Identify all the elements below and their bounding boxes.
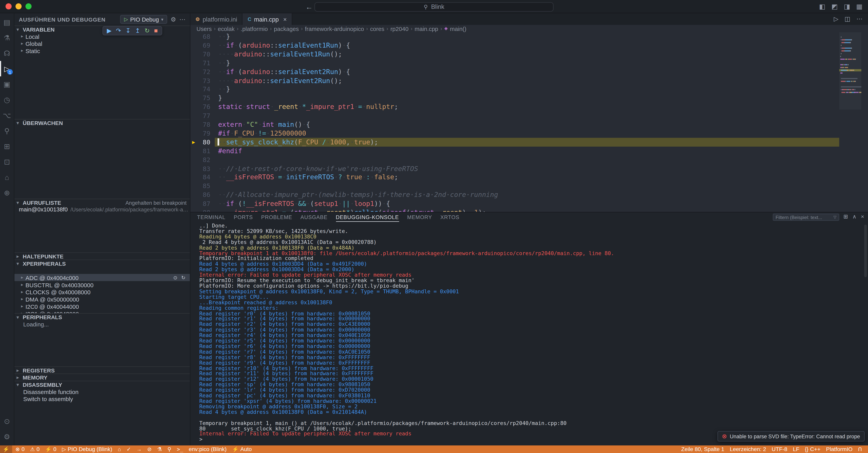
activity-item-platformio[interactable]: ☊ xyxy=(0,45,14,61)
breadcrumb-symbol[interactable]: main() xyxy=(450,25,466,32)
code-line-71[interactable]: 71··} xyxy=(190,58,868,67)
pio-build-button[interactable]: ✓ xyxy=(124,445,134,453)
continue-button[interactable]: ▶ xyxy=(107,28,112,34)
section-header-callstack[interactable]: ▾AUFRUFLISTEAngehalten bei breakpoint xyxy=(14,199,190,206)
panel-views-icon[interactable]: ⊞ xyxy=(843,214,848,220)
breadcrumb-item[interactable]: main.cpp xyxy=(414,25,438,32)
code-line-75[interactable]: 75} xyxy=(190,94,868,102)
code-editor[interactable]: 68··}69··if·(arduino::serialEvent1Run)·{… xyxy=(190,32,868,212)
peripheral-row[interactable]: ▸BUSCTRL @ 0x40030000 xyxy=(14,281,190,288)
activity-item-run-and-debug[interactable]: ▷1 xyxy=(0,61,14,76)
console-scrollbar[interactable] xyxy=(864,225,867,277)
code-line-78[interactable]: 78extern·"C"·int·main()·{ xyxy=(190,120,868,129)
close-tab-icon[interactable]: × xyxy=(283,16,287,22)
tab-platformio.ini[interactable]: ⚙platformio.ini xyxy=(190,13,243,25)
restart-button[interactable]: ↻ xyxy=(145,28,150,34)
run-file-icon[interactable]: ▷ xyxy=(834,15,838,23)
customize-layout-icon[interactable]: ▦ xyxy=(856,3,863,10)
notification-toast[interactable]: × ⊗ Unable to parse SVD file: TypeError:… xyxy=(717,431,865,442)
code-line-74[interactable]: 74··} xyxy=(190,85,868,94)
panel-tab-terminal[interactable]: TERMINAL xyxy=(197,213,225,222)
indentation[interactable]: Leerzeichen: 2 xyxy=(727,445,769,453)
command-center-search[interactable]: ⚲ Blink xyxy=(314,2,554,11)
breadcrumb-item[interactable]: cores xyxy=(370,25,384,32)
pio-clean-button[interactable]: ⊘ xyxy=(145,445,154,453)
cursor-position[interactable]: Zeile 80, Spalte 1 xyxy=(678,445,727,453)
code-line-76[interactable]: 76static·struct·_reent·*_impure_ptr1·=·n… xyxy=(190,102,868,111)
split-editor-icon[interactable]: ◫ xyxy=(844,15,850,23)
pio-test-button[interactable]: ⚗ xyxy=(154,445,165,453)
section-header-watch[interactable]: ▾ÜBERWACHEN xyxy=(14,119,190,126)
step-over-button[interactable]: ↷ xyxy=(116,28,121,34)
pin-icon[interactable]: ⊙ xyxy=(173,275,177,280)
minimap[interactable] xyxy=(839,32,861,212)
activity-item-remote-explorer[interactable]: ▣ xyxy=(0,76,14,92)
step-into-button[interactable]: ↧ xyxy=(125,28,130,34)
toggle-sidebar-icon[interactable]: ◧ xyxy=(819,3,825,10)
code-line-69[interactable]: 69··if·(arduino::serialEvent1Run)·{ xyxy=(190,41,868,50)
gear-icon[interactable]: ⚙ xyxy=(170,16,176,23)
pio-upload-button[interactable]: → xyxy=(134,445,145,453)
notifications-bell[interactable]: ᑎ xyxy=(855,445,865,453)
toggle-panel-icon[interactable]: ◩ xyxy=(832,3,838,10)
breadcrumb-item[interactable]: .platformio xyxy=(241,25,268,32)
code-line-85[interactable]: 85 xyxy=(190,182,868,190)
remote-indicator[interactable]: ⚡ xyxy=(0,445,12,453)
activity-item-extensions[interactable]: ⊞ xyxy=(0,138,14,154)
pio-env-picker[interactable]: env:pico (Blink) xyxy=(186,445,229,453)
maximize-panel-icon[interactable]: ∧ xyxy=(852,214,857,220)
peripheral-row[interactable]: ▸I2C0 @ 0x40044000 xyxy=(14,303,190,310)
activity-item-account[interactable]: ⊙ xyxy=(0,413,14,429)
platformio-status[interactable]: PlatformIO xyxy=(823,445,855,453)
step-out-button[interactable]: ↥ xyxy=(135,28,140,34)
code-line-84[interactable]: 84··__isFreeRTOS·=·initFreeRTOS·?·true·:… xyxy=(190,173,868,182)
code-line-73[interactable]: 73····arduino::serialEvent2Run(); xyxy=(190,76,868,85)
encoding[interactable]: UTF-8 xyxy=(769,445,790,453)
stop-button[interactable]: ■ xyxy=(154,28,158,34)
code-line-72[interactable]: 72··if·(arduino::serialEvent2Run)·{ xyxy=(190,67,868,76)
pio-serial-monitor-button[interactable]: ⚲ xyxy=(165,445,174,453)
disassembly-action[interactable]: Disassemble function xyxy=(14,388,190,395)
tree-item[interactable]: ▸Local xyxy=(14,33,190,40)
tree-item[interactable]: ▸Global xyxy=(14,40,190,47)
activity-item-live-share[interactable]: ⊕ xyxy=(0,185,14,200)
code-line-83[interactable]: 83··//·Let·rest·of·core·know·if·we're·us… xyxy=(190,164,868,173)
panel-tab-ports[interactable]: PORTS xyxy=(234,213,253,222)
code-line-82[interactable]: 82 xyxy=(190,155,868,164)
breadcrumb-item[interactable]: packages xyxy=(274,25,299,32)
breadcrumb-item[interactable]: Users xyxy=(196,25,212,32)
warnings-indicator[interactable]: ⚠0 xyxy=(27,445,42,453)
close-panel-icon[interactable]: × xyxy=(861,214,864,220)
eol[interactable]: LF xyxy=(790,445,802,453)
navigate-back-icon[interactable]: ← xyxy=(306,3,313,11)
panel-tab-debugging-konsole[interactable]: DEBUGGING-KONSOLE xyxy=(336,213,399,222)
tree-item[interactable]: ▸Static xyxy=(14,47,190,54)
panel-tab-probleme[interactable]: PROBLEME xyxy=(261,213,292,222)
section-header-peripherals[interactable]: ▾PERIPHERALS xyxy=(14,313,190,320)
breadcrumb[interactable]: Users›ecolak›.platformio›packages›framew… xyxy=(190,25,868,32)
code-line-81[interactable]: 81#endif xyxy=(190,147,868,155)
breadcrumb-item[interactable]: ecolak xyxy=(218,25,235,32)
console-filter-input[interactable]: Filtern (Beispiel: text... ▽ xyxy=(773,214,839,221)
activity-item-timeline[interactable]: ◷ xyxy=(0,92,14,107)
peripheral-row[interactable]: ▸DMA @ 0x50000000 xyxy=(14,295,190,303)
start-debug-icon[interactable]: ▷ xyxy=(124,17,128,22)
code-line-87[interactable]: 87··if·(!__isFreeRTOS·&&·(setup1·||·loop… xyxy=(190,199,868,208)
code-line-80[interactable]: 80▶··set_sys_clock_khz(F_CPU·/·1000,·tru… xyxy=(190,138,868,147)
auto-refresh[interactable]: ⚡Auto xyxy=(229,445,254,453)
errors-indicator[interactable]: ⊗0 xyxy=(13,445,27,453)
peripheral-row[interactable]: ▸CLOCKS @ 0x40008000 xyxy=(14,288,190,295)
toggle-secondary-sidebar-icon[interactable]: ◨ xyxy=(844,3,850,10)
activity-item-docker[interactable]: ⊡ xyxy=(0,154,14,169)
breadcrumb-item[interactable]: rp2040 xyxy=(391,25,408,32)
section-header-breakpoints[interactable]: ▸HALTEPUNKTE xyxy=(14,252,190,260)
more-actions-icon[interactable]: ⋯ xyxy=(857,15,863,23)
more-actions-icon[interactable]: ⋯ xyxy=(179,16,185,23)
panel-tab-xrtos[interactable]: XRTOS xyxy=(440,213,459,222)
language-mode[interactable]: {}C++ xyxy=(802,445,823,453)
code-line-88[interactable]: 88····impure_ptr1·=·(struct·_reent*)call… xyxy=(190,208,868,212)
refresh-icon[interactable]: ↻ xyxy=(181,275,185,280)
section-header-xperipherals[interactable]: ▾XPERIPHERALS xyxy=(14,259,190,267)
debug-config-dropdown[interactable]: ▷ PIO Debug ▾ xyxy=(120,15,167,24)
breadcrumb-item[interactable]: framework-arduinopico xyxy=(305,25,364,32)
